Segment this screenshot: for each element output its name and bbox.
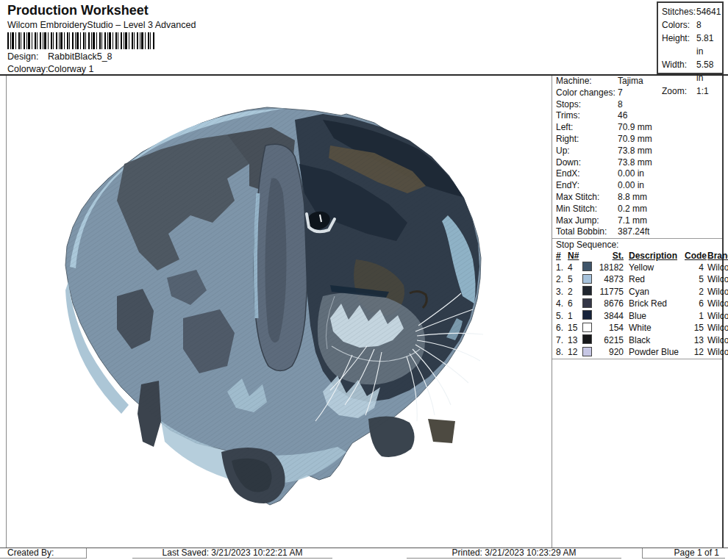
- thread-color-chip: [582, 347, 592, 356]
- thread-color-chip: [582, 323, 592, 332]
- summary-value: 8: [696, 18, 702, 32]
- info-value: 8.8 mm: [618, 192, 647, 204]
- summary-box: Stitches:54641 Colors:8 Height:5.81 in W…: [657, 1, 724, 74]
- col-header-brand: Brand: [704, 251, 728, 262]
- info-row: Up:73.8 mm: [552, 146, 722, 157]
- info-label: Max Stitch:: [556, 192, 618, 204]
- info-row: Machine:Tajima: [552, 76, 722, 87]
- info-label: Color changes:: [556, 87, 618, 99]
- info-value: 387.24ft: [618, 226, 649, 238]
- info-label: Stops:: [556, 99, 618, 111]
- rabbit-embroidery-image: [7, 76, 552, 548]
- info-label: Right:: [556, 134, 618, 146]
- info-panel: Machine:Tajima Color changes:7 Stops:8 T…: [552, 76, 724, 548]
- info-value: 73.8 mm: [618, 157, 652, 169]
- summary-row: Colors:8: [662, 18, 722, 32]
- info-row: Max Jump:7.1 mm: [552, 215, 722, 227]
- table-row: 1.418182Yellow4Wilcom: [552, 262, 728, 274]
- info-row: Max Stitch:8.8 mm: [552, 192, 722, 204]
- info-row: EndX:0.00 in: [552, 168, 722, 180]
- summary-value: 54641: [696, 5, 721, 18]
- info-row: Trims:46: [552, 110, 722, 122]
- col-header-st: St.: [596, 251, 626, 262]
- software-subtitle: Wilcom EmbroideryStudio – Level 3 Advanc…: [7, 20, 196, 30]
- header: Production Worksheet Wilcom EmbroiderySt…: [0, 0, 728, 76]
- info-value: 70.9 mm: [618, 122, 652, 134]
- info-value: 7.1 mm: [618, 215, 647, 227]
- info-value: 70.9 mm: [618, 134, 652, 146]
- col-header-description: Description: [626, 251, 685, 262]
- info-label: EndY:: [556, 180, 618, 192]
- table-row: 7.136215Black13Wilcom: [552, 334, 728, 347]
- table-row: 4.68676Brick Red6Wilcom: [552, 298, 728, 311]
- thread-color-chip: [582, 274, 592, 284]
- footer-page-number: Page 1 of 1: [642, 548, 725, 559]
- summary-label: Stitches:: [662, 5, 696, 18]
- production-worksheet-page: Production Worksheet Wilcom EmbroiderySt…: [0, 0, 728, 560]
- table-row: 2.54873Red5Wilcom: [552, 274, 728, 287]
- summary-label: Colors:: [662, 18, 696, 32]
- col-header-num: #: [552, 251, 568, 262]
- design-name-row: Design:RabbitBlack5_8: [7, 51, 113, 62]
- col-header-n: N#: [568, 251, 582, 262]
- barcode-icon: [7, 32, 155, 49]
- footer-created-by: Created By:: [0, 548, 87, 559]
- colorway-row: Colorway:Colorway 1: [7, 64, 94, 74]
- info-label: Machine:: [556, 76, 618, 87]
- design-label: Design:: [7, 51, 48, 62]
- info-row: Color changes:7: [552, 87, 722, 99]
- info-value: 73.8 mm: [618, 146, 652, 157]
- table-header-row: # N# St. Description Code Brand: [552, 251, 728, 262]
- info-row: Stops:8: [552, 99, 722, 111]
- table-row: 8.12920Powder Blue12Wilcom: [552, 347, 728, 359]
- table-row: 6.15154White15Wilcom: [552, 323, 728, 335]
- info-label: Total Bobbin:: [556, 226, 618, 238]
- summary-row: Height:5.81 in: [662, 32, 722, 58]
- info-row: Total Bobbin:387.24ft: [552, 226, 722, 238]
- page-title: Production Worksheet: [7, 3, 149, 18]
- thread-color-chip: [582, 310, 592, 320]
- thread-color-chip: [582, 262, 592, 271]
- stop-sequence-table: # N# St. Description Code Brand 1.418182…: [552, 251, 728, 359]
- thread-color-chip: [582, 286, 592, 295]
- summary-value: 5.81 in: [696, 32, 722, 58]
- design-value: RabbitBlack5_8: [48, 51, 113, 62]
- col-header-code: Code: [685, 251, 704, 262]
- info-label: Left:: [556, 122, 618, 134]
- divider: [552, 359, 722, 359]
- info-label: Max Jump:: [556, 215, 618, 227]
- thread-color-chip: [582, 298, 592, 308]
- info-label: Down:: [556, 157, 618, 169]
- info-value: 7: [618, 87, 623, 99]
- info-label: EndX:: [556, 168, 618, 180]
- info-label: Min Stitch:: [556, 204, 618, 215]
- info-value: 8: [618, 99, 623, 111]
- summary-row: Stitches:54641: [662, 5, 722, 18]
- info-value: 46: [618, 110, 627, 122]
- info-row: Down:73.8 mm: [552, 157, 722, 169]
- colorway-label: Colorway:: [7, 64, 48, 74]
- summary-label: Height:: [662, 32, 696, 58]
- info-label: Up:: [556, 146, 618, 157]
- info-value: 0.2 mm: [618, 204, 647, 215]
- info-value: 0.00 in: [618, 168, 644, 180]
- table-row: 5.13844Blue1Wilcom: [552, 310, 728, 323]
- info-row: Right:70.9 mm: [552, 134, 722, 146]
- info-value: 0.00 in: [618, 180, 644, 192]
- design-preview: [6, 76, 552, 548]
- colorway-value: Colorway 1: [48, 64, 94, 74]
- footer-last-saved: Last Saved: 3/21/2023 10:22:21 AM: [132, 548, 332, 559]
- info-row: Left:70.9 mm: [552, 122, 722, 134]
- thread-color-chip: [582, 334, 592, 344]
- info-row: Min Stitch:0.2 mm: [552, 204, 722, 215]
- col-header-chip: [582, 251, 596, 262]
- info-value: Tajima: [618, 76, 643, 87]
- footer-printed: Printed: 3/21/2023 10:23:29 AM: [407, 548, 621, 559]
- table-row: 3.211775Cyan2Wilcom: [552, 286, 728, 298]
- info-row: EndY:0.00 in: [552, 180, 722, 192]
- stop-sequence-title: Stop Sequence:: [552, 239, 722, 251]
- info-label: Trims:: [556, 110, 618, 122]
